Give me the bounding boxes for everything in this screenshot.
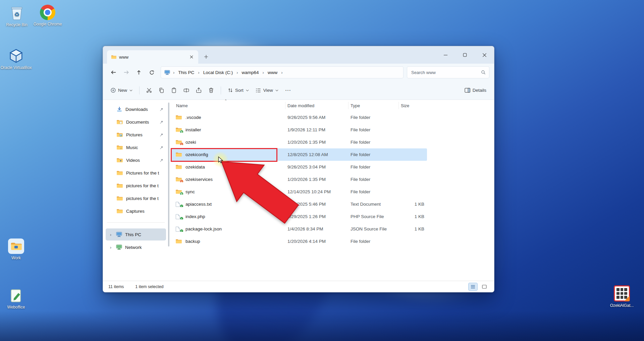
file-row[interactable]: ↻installer 1/9/2026 12:11 PM File folder [171, 124, 427, 136]
file-row[interactable]: ✓apiaccess.txt 8/29/2025 5:46 PM Text Do… [171, 198, 427, 210]
svg-text:♪: ♪ [120, 146, 121, 150]
music-folder-icon: ♪ [116, 145, 123, 150]
share-button[interactable] [193, 84, 205, 96]
sidebar-item-downloads[interactable]: Downloads [106, 103, 166, 115]
sidebar-item-network[interactable]: › Network [106, 241, 166, 253]
column-header-name[interactable]: ^ Name [171, 102, 285, 109]
sort-button[interactable]: Sort [225, 84, 252, 96]
file-type: PHP Source File [348, 214, 399, 219]
file-date: 8/29/2025 5:46 PM [285, 202, 348, 207]
network-icon [116, 245, 122, 250]
sidebar-item-pictures[interactable]: Pictures [106, 129, 166, 141]
file-row[interactable]: ✓package-lock.json 1/4/2026 8:34 PM JSON… [171, 223, 427, 235]
file-name: backup [185, 239, 200, 244]
folder-icon [111, 55, 116, 59]
tab-www[interactable]: www [107, 50, 198, 64]
sidebar-item-label: Captures [126, 209, 145, 214]
delete-button[interactable] [205, 84, 217, 96]
tab-close-icon[interactable] [187, 53, 196, 61]
folder-icon [116, 183, 123, 189]
file-row[interactable]: .vscode 9/26/2025 9:56 AM File folder [171, 111, 427, 124]
share-icon [196, 87, 202, 93]
desktop-icon-google-chrome[interactable]: Google Chrome [32, 3, 64, 27]
new-tab-button[interactable] [201, 52, 211, 62]
breadcrumb-item[interactable]: This PC [175, 69, 197, 76]
desktop-icon-virtualbox[interactable]: Oracle VirtualBox [0, 46, 32, 70]
file-row[interactable]: backup 1/20/2026 4:14 PM File folder [171, 235, 427, 248]
file-row[interactable]: ozekidata 9/26/2025 3:04 PM File folder [171, 161, 427, 173]
expander-chevron-icon[interactable]: › [108, 245, 113, 250]
view-toggles [469, 283, 489, 290]
column-header-type[interactable]: Type [348, 102, 399, 109]
breadcrumb-item[interactable]: wamp64 [239, 69, 262, 76]
details-button[interactable]: Details [462, 84, 489, 96]
desktop-icon-weboffice[interactable]: Weboffice [0, 286, 32, 310]
breadcrumb-item[interactable]: www [265, 69, 280, 76]
sidebar-item-folder[interactable]: Pictures for the t [106, 167, 166, 179]
desktop-icon-work[interactable]: Work [0, 236, 32, 261]
sidebar-item-folder[interactable]: pictures for the t [106, 180, 166, 192]
close-button[interactable] [475, 46, 494, 64]
this-pc-icon [116, 232, 122, 237]
address-bar: › This PC › Local Disk (C:) › wamp64 › w… [103, 64, 494, 81]
file-name: ozekiservices [185, 177, 213, 182]
column-header-date-modified[interactable]: Date modified [285, 102, 348, 109]
new-button-label: New [118, 88, 127, 93]
file-name: installer [185, 127, 201, 132]
file-row-selected-ozekiconfig[interactable]: ozekiconfig 12/8/2025 12:08 AM File fold… [171, 148, 427, 161]
file-type: File folder [348, 177, 399, 182]
breadcrumb-item[interactable]: Local Disk (C:) [201, 69, 236, 76]
chevron-right-icon: › [236, 70, 238, 75]
folder-icon [175, 115, 182, 120]
json-file-icon: ✓ [175, 226, 182, 232]
desktop-icon-recycle-bin[interactable]: ♻ Recycle Bin [1, 3, 33, 27]
view-button[interactable]: View [253, 84, 281, 96]
file-row[interactable]: Oozekiservices 1/20/2026 1:35 PM File fo… [171, 173, 427, 186]
desktop-icon-label: Work [0, 256, 32, 261]
copy-icon [159, 87, 164, 93]
pin-icon [160, 146, 163, 149]
cut-button[interactable] [143, 84, 155, 96]
thumbnail-view-toggle[interactable] [480, 283, 489, 290]
up-button[interactable] [133, 67, 145, 78]
desktop-icon-ozeki-tile[interactable]: OzekiAlGat... [606, 284, 638, 308]
file-row[interactable]: Oozeki 1/20/2026 1:35 PM File folder [171, 136, 427, 148]
window-controls [436, 46, 494, 64]
forward-button[interactable] [120, 67, 132, 78]
pin-icon [160, 133, 163, 137]
sidebar-item-documents[interactable]: Documents [106, 116, 166, 128]
minimize-button[interactable] [436, 46, 455, 64]
toolbar-divider [139, 86, 140, 94]
new-button[interactable]: New [108, 84, 136, 96]
ozeki-tile-icon [606, 284, 638, 301]
back-button[interactable] [108, 67, 119, 78]
file-type: File folder [348, 239, 399, 244]
paste-button[interactable] [168, 84, 180, 96]
file-size: 1 KB [399, 214, 427, 219]
chevron-right-icon: › [281, 70, 283, 75]
copy-button[interactable] [156, 84, 167, 96]
more-options-button[interactable]: ⋯ [282, 84, 294, 96]
details-view-toggle[interactable] [469, 283, 477, 290]
sidebar-item-music[interactable]: ♪ Music [106, 141, 166, 153]
sidebar-item-videos[interactable]: Videos [106, 154, 166, 166]
sidebar-item-folder[interactable]: pictures for the t [106, 192, 166, 204]
file-name: package-lock.json [185, 226, 222, 231]
rename-button[interactable] [180, 84, 192, 96]
file-name: ozekiconfig [185, 152, 208, 157]
refresh-button[interactable] [146, 67, 157, 78]
sidebar-item-label: Pictures for the t [126, 170, 159, 176]
search-icon [481, 70, 486, 75]
file-date: 1/9/2026 12:11 PM [285, 127, 348, 132]
maximize-button[interactable] [455, 46, 475, 64]
sidebar-item-this-pc[interactable]: › This PC [106, 228, 166, 241]
search-input[interactable] [407, 67, 489, 78]
file-row[interactable]: ↻sync 12/14/2025 10:24 PM File folder [171, 186, 427, 198]
sidebar-divider [107, 222, 165, 223]
expander-chevron-icon[interactable]: › [108, 232, 113, 237]
file-row[interactable]: ✓index.php 8/29/2025 1:26 PM PHP Source … [171, 210, 427, 223]
desktop-icon-label: Google Chrome [32, 22, 64, 27]
rename-icon [183, 87, 189, 93]
column-header-size[interactable]: Size [399, 102, 427, 109]
sidebar-item-captures[interactable]: Captures [106, 205, 166, 217]
